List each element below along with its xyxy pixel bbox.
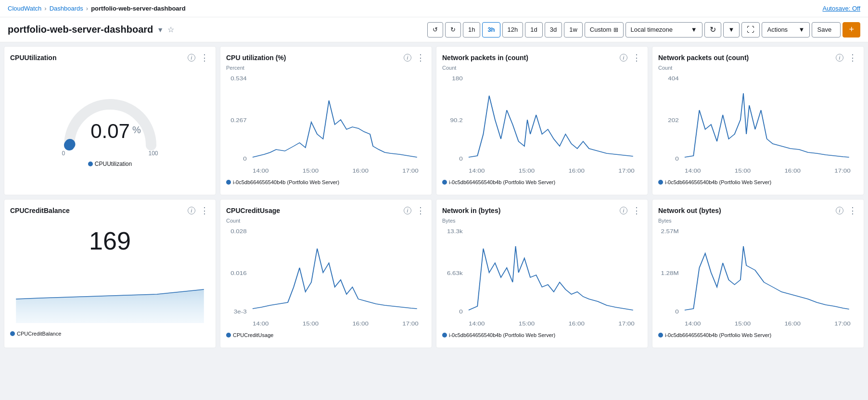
gauge-min: 0 xyxy=(62,150,65,157)
breadcrumb-cloudwatch[interactable]: CloudWatch xyxy=(8,5,41,12)
no-bytes-chart-svg: 2.57M 1.28M 0 14:00 15:00 16:00 17:00 xyxy=(658,225,858,330)
breadcrumb-sep1: › xyxy=(44,5,46,12)
svg-text:0.016: 0.016 xyxy=(230,270,247,276)
net-out-title: Network packets out (count) xyxy=(658,54,749,62)
favorite-star-icon[interactable]: ☆ xyxy=(167,25,174,34)
time-12h-button[interactable]: 12h xyxy=(502,22,523,38)
timezone-button[interactable]: Local timezone ▼ xyxy=(625,22,702,38)
no-bytes-info-button[interactable]: i xyxy=(835,206,844,215)
ccb-legend-label: CPUCreditBalance xyxy=(17,331,61,337)
ccb-info-button[interactable]: i xyxy=(187,206,196,215)
time-1d-button[interactable]: 1d xyxy=(525,22,542,38)
svg-text:0.07: 0.07 xyxy=(90,120,130,142)
net-out-chart-svg: 404 202 0 14:00 15:00 16:00 17:00 xyxy=(658,72,858,177)
net-in-axis-label: Count xyxy=(442,65,642,71)
ccu-legend-label: CPUCreditUsage xyxy=(233,332,273,338)
autosave-link[interactable]: Autosave: Off xyxy=(822,5,860,12)
ccb-legend: CPUCreditBalance xyxy=(10,331,210,337)
actions-button[interactable]: Actions ▼ xyxy=(762,22,810,38)
top-nav: CloudWatch › Dashboards › portfolio-web-… xyxy=(0,0,868,17)
widget-header-ccb: CPUCreditBalance i ⋮ xyxy=(10,205,210,216)
svg-text:14:00: 14:00 xyxy=(253,321,269,327)
ccb-value: 169 xyxy=(89,227,131,255)
widget-header-net-in: Network packets in (count) i ⋮ xyxy=(442,52,642,63)
undo-button[interactable]: ↺ xyxy=(427,22,443,38)
svg-text:15:00: 15:00 xyxy=(735,321,751,327)
save-button[interactable]: Save xyxy=(812,22,841,38)
ccb-info-icon: i xyxy=(188,207,195,214)
svg-text:15:00: 15:00 xyxy=(735,168,751,174)
net-out-menu-button[interactable]: ⋮ xyxy=(847,52,858,63)
actions-label: Actions xyxy=(767,26,788,33)
time-1w-button[interactable]: 1w xyxy=(564,22,583,38)
svg-text:0.267: 0.267 xyxy=(230,117,247,124)
net-in-menu-button[interactable]: ⋮ xyxy=(631,52,642,63)
svg-text:0: 0 xyxy=(459,309,463,315)
svg-text:15:00: 15:00 xyxy=(303,168,319,174)
svg-text:17:00: 17:00 xyxy=(834,321,851,327)
net-out-info-button[interactable]: i xyxy=(835,53,844,62)
gauge-menu-button[interactable]: ⋮ xyxy=(199,52,210,63)
svg-text:17:00: 17:00 xyxy=(834,168,851,174)
no-bytes-info-icon: i xyxy=(836,207,843,214)
cpu-chart-menu-button[interactable]: ⋮ xyxy=(415,52,426,63)
svg-text:16:00: 16:00 xyxy=(352,168,369,174)
svg-text:0.028: 0.028 xyxy=(230,228,247,235)
net-in-title: Network packets in (count) xyxy=(442,54,528,62)
svg-text:17:00: 17:00 xyxy=(618,321,635,327)
cpu-chart-icons: i ⋮ xyxy=(403,52,426,63)
cpu-credit-usage-widget: CPUCreditUsage i ⋮ Count 0.028 0.016 3e-… xyxy=(220,199,432,348)
refresh-button[interactable]: ↻ xyxy=(704,22,721,38)
ccb-area-chart-svg xyxy=(10,261,210,328)
svg-text:0: 0 xyxy=(243,156,247,162)
svg-text:0.534: 0.534 xyxy=(230,75,247,82)
title-dropdown-icon[interactable]: ▼ xyxy=(157,26,164,34)
no-bytes-menu-button[interactable]: ⋮ xyxy=(847,205,858,216)
no-bytes-chart-container: Bytes 2.57M 1.28M 0 14:00 15:00 16:00 17… xyxy=(658,218,858,333)
fullscreen-button[interactable]: ⛶ xyxy=(741,22,760,38)
svg-text:17:00: 17:00 xyxy=(618,168,635,174)
breadcrumb-dashboards[interactable]: Dashboards xyxy=(50,5,83,12)
ni-bytes-menu-button[interactable]: ⋮ xyxy=(631,205,642,216)
cpu-chart-info-button[interactable]: i xyxy=(403,53,412,62)
timezone-arrow-icon: ▼ xyxy=(691,26,697,33)
svg-text:404: 404 xyxy=(668,75,679,82)
no-bytes-icons: i ⋮ xyxy=(835,205,858,216)
ccb-menu-button[interactable]: ⋮ xyxy=(199,205,210,216)
svg-text:%: % xyxy=(132,125,141,135)
ccu-icons: i ⋮ xyxy=(403,205,426,216)
redo-button[interactable]: ↻ xyxy=(445,22,461,38)
svg-text:15:00: 15:00 xyxy=(303,321,319,327)
ccu-menu-button[interactable]: ⋮ xyxy=(415,205,426,216)
time-1h-button[interactable]: 1h xyxy=(463,22,480,38)
gauge-info-button[interactable]: i xyxy=(187,53,196,62)
cpu-chart-legend-dot xyxy=(226,180,231,185)
cpu-chart-legend-label: i-0c5db664656540b4b (Portfolio Web Serve… xyxy=(233,179,339,185)
net-out-chart-legend: i-0c5db664656540b4b (Portfolio Web Serve… xyxy=(658,179,858,185)
info-icon: i xyxy=(188,54,195,62)
header-bar: portfolio-web-server-dashboard ▼ ☆ ↺ ↻ 1… xyxy=(0,17,868,42)
svg-text:180: 180 xyxy=(452,75,463,82)
net-out-legend-label: i-0c5db664656540b4b (Portfolio Web Serve… xyxy=(665,179,771,185)
ccu-legend-dot xyxy=(226,333,231,338)
ni-bytes-info-button[interactable]: i xyxy=(619,206,628,215)
ccu-info-button[interactable]: i xyxy=(403,206,412,215)
ccu-title: CPUCreditUsage xyxy=(226,207,280,214)
svg-text:15:00: 15:00 xyxy=(519,168,535,174)
time-3h-button[interactable]: 3h xyxy=(482,22,500,38)
add-widget-button[interactable]: + xyxy=(842,22,860,38)
ccu-info-icon: i xyxy=(404,207,411,214)
net-in-chart-legend: i-0c5db664656540b4b (Portfolio Web Serve… xyxy=(442,179,642,185)
ccb-icons: i ⋮ xyxy=(187,205,210,216)
refresh-dropdown-button[interactable]: ▼ xyxy=(723,22,740,38)
net-out-chart-container: Count 404 202 0 14:00 15:00 16:00 17:00 … xyxy=(658,65,858,180)
time-3d-button[interactable]: 3d xyxy=(545,22,562,38)
net-in-info-button[interactable]: i xyxy=(619,53,628,62)
custom-time-button[interactable]: Custom ⊞ xyxy=(585,22,624,38)
main-content: CPUUtilization i ⋮ 0.07 % xyxy=(0,42,868,352)
svg-text:0: 0 xyxy=(675,309,679,315)
net-in-legend-dot xyxy=(442,180,447,185)
net-out-legend-dot xyxy=(658,180,663,185)
gauge-svg: 0.07 % xyxy=(60,78,161,155)
net-in-icons: i ⋮ xyxy=(619,52,642,63)
